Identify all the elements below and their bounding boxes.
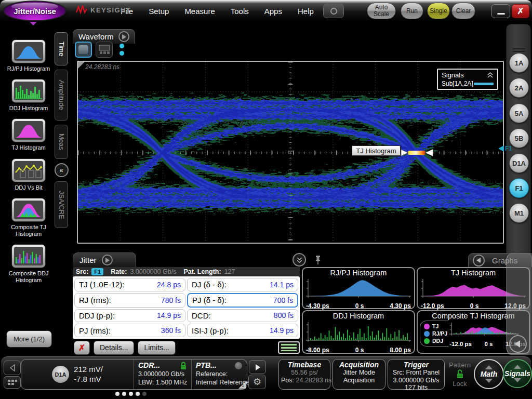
channel-d1a-button[interactable]: D1A: [509, 153, 529, 173]
graphs-expand-button[interactable]: [509, 335, 527, 353]
channel-badge: D1A: [52, 366, 69, 383]
signals-legend[interactable]: Signals Sub[1A,2A]: [437, 69, 498, 90]
panel-controls: [292, 253, 322, 267]
graph-thumbnail-list: RJ/PJ Histogram DDJ Histogram TJ Histogr…: [3, 39, 54, 291]
up-arrow-icon: [514, 365, 521, 369]
close-button[interactable]: ✗: [512, 4, 529, 18]
tab-amplitude[interactable]: Amplitude: [55, 70, 68, 121]
chevron-up-double-icon[interactable]: [487, 72, 494, 78]
result-cell-rj[interactable]: RJ (rms):780 fs: [74, 293, 185, 308]
page-fold-icon: 1: [238, 381, 246, 389]
channel-1a-button[interactable]: 1A: [509, 53, 529, 73]
minimize-button[interactable]: [491, 4, 510, 18]
trigger-box[interactable]: Trigger Src: Front Panel 3.0000000 Gb/s …: [388, 359, 445, 390]
status-indicator: [278, 341, 300, 354]
src-badge[interactable]: F1: [91, 268, 103, 275]
menu-measure[interactable]: Measure: [184, 7, 215, 16]
tj-histogram-label[interactable]: TJ Histogram: [352, 145, 401, 156]
thumb-ddj-vs-bit[interactable]: DDJ Vs Bit: [5, 158, 52, 191]
result-cell-isij[interactable]: ISI-J (p-p):14.9 ps: [187, 324, 298, 337]
red-x-icon: ✗: [78, 343, 85, 353]
thumb-composite-ddj-histogram[interactable]: Composite DDJ Histogram: [5, 244, 52, 284]
play-icon[interactable]: [118, 31, 129, 42]
limits-button[interactable]: Limits...: [138, 341, 175, 355]
panel-grid-button[interactable]: [4, 376, 21, 389]
ptb-section[interactable]: PTB... Reference: Internal Reference 1: [191, 360, 246, 389]
delta-corner-icon: [78, 62, 85, 69]
thumb-ddj-histogram[interactable]: DDJ Histogram: [5, 79, 52, 112]
cdr-section[interactable]: CDR... 3.0000000 Gb/s LBW: 1.500 MHz: [134, 360, 191, 389]
channel-scale-section[interactable]: D1A 212 mV/ -7.8 mV: [21, 360, 134, 389]
marker-arrow-icon: [498, 145, 504, 152]
channel-5a-button[interactable]: 5A: [509, 103, 529, 123]
math-button[interactable]: Math: [474, 359, 504, 389]
result-cell-pj-rms[interactable]: PJ (rms):360 fs: [74, 324, 185, 337]
timebase-box[interactable]: Timebase 55.56 ps/ Pos: 24.28283 ns: [278, 359, 330, 390]
auto-scale-button[interactable]: Auto Scale: [367, 3, 396, 19]
jitter-results-table: TJ (1.0E-12):24.8 ps DJ (δ - δ):14.1 ps …: [73, 276, 300, 339]
collapse-panel-button[interactable]: [292, 253, 306, 267]
app-mode-caret-icon: [30, 22, 37, 25]
signals-button[interactable]: Signals: [503, 359, 532, 388]
tab-meas[interactable]: Meas: [55, 125, 68, 159]
rjpj-histogram-panel[interactable]: RJ/PJ Histogram -4.30 ps 0 s 4.30 ps: [302, 267, 415, 309]
result-cell-dj[interactable]: DJ (δ - δ):14.1 ps: [187, 278, 298, 291]
camera-icon: [330, 8, 337, 15]
ptb-ref-label: Reference:: [196, 370, 242, 378]
delete-measurement-button[interactable]: ✗: [74, 341, 90, 355]
single-button[interactable]: Single: [427, 3, 450, 19]
scroll-right-button[interactable]: [249, 360, 266, 374]
green-stripes-icon: [281, 344, 297, 351]
gaussian-blue-icon: [14, 42, 43, 61]
pin-icon[interactable]: [314, 255, 322, 265]
sidebar-collapse-button[interactable]: «: [55, 163, 69, 177]
result-cell-pj-dd[interactable]: PJ (δ - δ):700 fs: [187, 293, 298, 308]
rate-value: 3.0000000 Gb/s: [130, 268, 176, 275]
pattern-lock-indicator: Pattern Lock: [447, 358, 473, 390]
run-button[interactable]: Run: [401, 3, 423, 19]
down-arrow-icon: [485, 379, 493, 383]
composite-legend: TJ RJ/PJ DDJ: [420, 321, 448, 347]
xtick-left: -4.30 ps: [306, 302, 329, 310]
channel-m1-button[interactable]: M1: [509, 203, 529, 223]
jitter-tab[interactable]: Jitter: [73, 252, 136, 267]
tab-time[interactable]: Time: [55, 32, 68, 65]
page-dots[interactable]: [115, 392, 147, 396]
waveform-toolbar: [75, 42, 124, 58]
play-icon[interactable]: [102, 255, 113, 265]
thumb-rjpj-histogram[interactable]: RJ/PJ Histogram: [5, 39, 52, 72]
result-cell-tj[interactable]: TJ (1.0E-12):24.8 ps: [74, 278, 185, 291]
scroll-left-button[interactable]: [4, 361, 21, 375]
more-graphs-button[interactable]: More (1/2): [6, 330, 52, 348]
screenshot-camera-button[interactable]: [323, 4, 344, 18]
channel-f1-button[interactable]: F1: [509, 178, 529, 198]
ddj-histogram-panel[interactable]: DDJ Histogram -8.00 ps 0 s 8.00 ps: [302, 310, 415, 354]
eye-diagram-plot[interactable]: 24.28283 ns Signals Sub[1A,2A] TJ Histog…: [77, 61, 504, 244]
view-indicator-dots[interactable]: [119, 44, 124, 56]
xtick-center: 0 s: [470, 302, 479, 310]
menu-apps[interactable]: Apps: [264, 7, 282, 16]
tab-jsa-cre[interactable]: JSA/CRE: [55, 181, 68, 228]
minimize-icon: [497, 13, 505, 15]
acquisition-status-panel[interactable]: D1A 212 mV/ -7.8 mV CDR... 3.0000000 Gb/…: [21, 359, 247, 390]
menu-tools[interactable]: Tools: [231, 7, 249, 16]
result-cell-ddj[interactable]: DDJ (p-p):14.9 ps: [74, 309, 185, 323]
settings-button[interactable]: ⚙: [248, 375, 266, 389]
result-cell-dcd[interactable]: DCD:800 fs: [187, 309, 298, 323]
clear-button[interactable]: Clear: [451, 3, 475, 19]
line-yellow-icon: [14, 161, 43, 180]
thumb-tj-histogram[interactable]: TJ Histogram: [5, 118, 52, 151]
app-mode-badge[interactable]: Jitter/Noise: [3, 1, 66, 21]
status-dot-icon: [235, 362, 242, 369]
menu-setup[interactable]: Setup: [149, 7, 169, 16]
single-view-button[interactable]: [75, 42, 92, 58]
split-view-button[interactable]: [96, 42, 113, 58]
arrow-left-icon: [514, 340, 520, 348]
details-button[interactable]: Details...: [94, 341, 134, 355]
slide-back-icon[interactable]: [473, 255, 485, 267]
thumb-composite-tj-histogram[interactable]: Composite TJ Histogram: [5, 198, 52, 237]
channel-2a-button[interactable]: 2A: [509, 78, 529, 98]
menu-help[interactable]: Help: [298, 7, 314, 16]
chevron-down-double-icon: [296, 257, 303, 263]
acquisition-box[interactable]: Acquisition Jitter Mode Acquisition: [332, 359, 385, 390]
